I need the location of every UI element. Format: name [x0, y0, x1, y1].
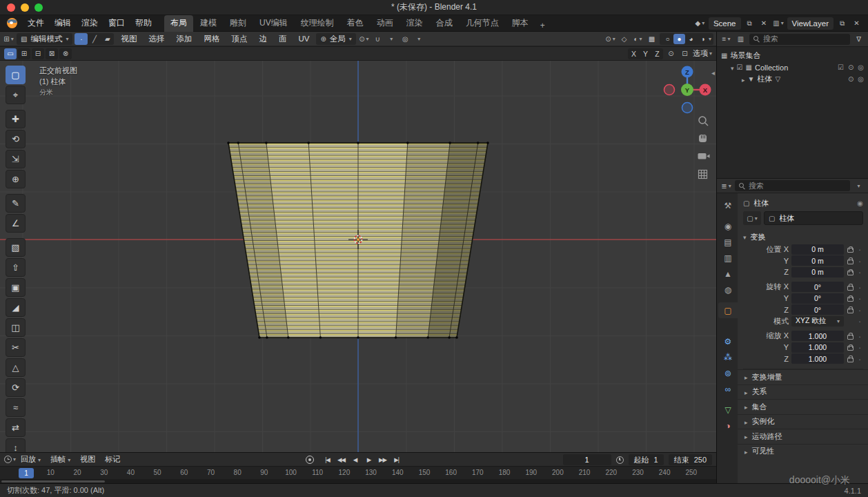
minimize-window-button[interactable]	[21, 3, 29, 12]
material-shading-button[interactable]: ◕	[685, 34, 697, 44]
tool-rotate[interactable]: ⟲	[6, 130, 26, 148]
panel-section-header[interactable]: 可见性	[738, 444, 868, 459]
outliner-search-input[interactable]: 搜索	[749, 34, 850, 45]
workspace-tab[interactable]: 着色	[341, 15, 370, 32]
object-browse-button[interactable]: ▢▾	[743, 211, 761, 225]
animate-dot-icon[interactable]	[856, 343, 863, 351]
snap-magnet-icon[interactable]: ∪	[372, 32, 384, 45]
viewport-menu[interactable]: 面	[274, 33, 292, 45]
workspace-tab[interactable]: 布局	[164, 15, 193, 32]
animate-dot-icon[interactable]	[856, 268, 863, 276]
panel-section-header[interactable]: 实例化	[738, 414, 868, 429]
panel-section-header[interactable]: 运动路径	[738, 429, 868, 444]
tool-move[interactable]: ✚	[6, 110, 26, 128]
snap-target-icon[interactable]: ⊡	[679, 48, 691, 60]
value-field[interactable]: 1.000	[791, 353, 844, 364]
panel-section-header[interactable]: 变换增量	[738, 369, 868, 384]
select-subtract-button[interactable]: ⊟	[32, 48, 44, 59]
tool-inset[interactable]: ▣	[6, 278, 26, 297]
marker-menu[interactable]: 标记	[100, 454, 125, 465]
gizmo-minus-z-ball[interactable]	[682, 103, 693, 113]
menu-edit[interactable]: 编辑	[50, 16, 76, 30]
transform-section-header[interactable]: 变换	[743, 230, 863, 244]
animate-dot-icon[interactable]	[856, 355, 863, 363]
tool-measure[interactable]: ∠	[6, 214, 26, 233]
properties-search-input[interactable]: 搜索	[735, 180, 850, 191]
current-frame-field[interactable]: 1	[563, 454, 611, 465]
outliner-row-object[interactable]: ▼ 柱体 ▽ ⊙ ◎	[717, 73, 868, 85]
vertex-select-button[interactable]: ∙	[75, 33, 88, 45]
animate-dot-icon[interactable]	[856, 332, 863, 340]
tab-physics[interactable]: ⊚	[718, 365, 738, 381]
menu-render[interactable]: 渲染	[77, 16, 103, 30]
animate-dot-icon[interactable]	[856, 257, 863, 265]
collection-exclude-checkbox[interactable]: ☑	[838, 64, 844, 71]
frame-start-field[interactable]: 起始1	[629, 454, 664, 465]
tool-options-dropdown[interactable]: 选项▾	[693, 48, 712, 60]
workspace-tab[interactable]: UV编辑	[253, 15, 294, 32]
new-scene-icon[interactable]: ⧉	[744, 17, 756, 30]
lock-icon[interactable]	[847, 306, 854, 314]
object-name-field[interactable]: ▢ 柱体	[764, 211, 863, 225]
play-reverse-button[interactable]: ◀	[349, 454, 361, 465]
tab-view-layer[interactable]: ▥	[718, 250, 738, 266]
viewport-menu[interactable]: 网格	[199, 33, 224, 45]
tool-loop-cut[interactable]: ◫	[6, 318, 26, 337]
snap-options-button[interactable]: ▾	[386, 32, 397, 45]
tab-output[interactable]: ▤	[718, 234, 738, 250]
mirror-axis-button[interactable]: X	[628, 48, 640, 59]
select-invert-button[interactable]: ⊠	[46, 48, 58, 59]
blender-logo-icon[interactable]	[7, 18, 17, 28]
tool-transform[interactable]: ⊕	[6, 170, 26, 188]
value-field[interactable]: 1.000	[791, 331, 844, 341]
mirror-axis-button[interactable]: Z	[651, 48, 663, 59]
lock-icon[interactable]	[847, 245, 854, 253]
workspace-tab[interactable]: 动画	[371, 15, 400, 32]
select-new-button[interactable]: ▭	[4, 48, 17, 59]
viewport-menu[interactable]: 顶点	[226, 33, 252, 45]
auto-keying-button[interactable]	[306, 456, 314, 464]
face-select-button[interactable]: ▰	[101, 33, 114, 45]
outliner-row-collection[interactable]: ☑ ▦ Collection ☑ ⊙ ◎	[717, 61, 868, 73]
tool-poly-build[interactable]: △	[6, 358, 26, 377]
jump-to-end-button[interactable]: ▶|	[391, 454, 402, 465]
tool-select-box[interactable]: ▢	[6, 66, 26, 84]
value-field[interactable]: 0 m	[791, 267, 844, 277]
tool-shrink-fatten[interactable]: ↕	[6, 438, 26, 452]
gizmo-minus-x-ball[interactable]	[664, 85, 675, 95]
viewport-menu[interactable]: 边	[254, 33, 272, 45]
expand-icon[interactable]	[731, 64, 734, 72]
tab-object-data[interactable]: ▽	[718, 402, 738, 418]
tab-modifiers[interactable]: ⚙	[718, 333, 738, 349]
snap-option-icon[interactable]: ⊙	[665, 48, 677, 60]
view-menu[interactable]: 视图	[75, 454, 100, 465]
zoom-window-button[interactable]	[34, 3, 43, 12]
pin-icon[interactable]: ◉	[857, 199, 863, 207]
menu-help[interactable]: 帮助	[130, 16, 157, 30]
timeline-ruler[interactable]: 1020304050607080901001101201301401501601…	[0, 466, 716, 479]
proportional-edit-icon[interactable]: ◎	[400, 32, 411, 45]
proportional-options-button[interactable]: ▾	[413, 32, 425, 45]
rendered-shading-button[interactable]: ◑	[697, 34, 709, 44]
rotation-mode-dropdown[interactable]: XYZ 欧拉 ▾	[791, 316, 844, 327]
viewport-menu[interactable]: 添加	[171, 33, 197, 45]
animate-dot-icon[interactable]	[856, 317, 863, 325]
lock-icon[interactable]	[847, 355, 854, 363]
tool-scale[interactable]: ⇲	[6, 150, 26, 168]
frame-end-field[interactable]: 结束250	[669, 454, 712, 465]
gizmos-toggle-icon[interactable]: ◇	[618, 32, 630, 45]
tab-object[interactable]: ▢	[718, 302, 738, 318]
unlink-scene-icon[interactable]: ✕	[758, 17, 770, 30]
outliner-filter-icon[interactable]: ∇	[853, 33, 865, 46]
lock-icon[interactable]	[847, 343, 854, 351]
tool-add-cube[interactable]: ▧	[6, 238, 26, 257]
properties-filter-button[interactable]: ▾	[853, 179, 865, 192]
tool-smooth[interactable]: ≈	[6, 398, 26, 417]
tab-tool[interactable]: ⚒	[718, 197, 738, 213]
editor-type-button[interactable]: ⊞▾	[3, 32, 14, 45]
collection-checkbox-icon[interactable]: ☑	[737, 64, 743, 71]
workspace-tab[interactable]: 渲染	[400, 15, 429, 32]
prev-keyframe-button[interactable]: ◀◀	[335, 454, 347, 465]
solid-shading-button[interactable]: ●	[673, 34, 685, 44]
play-button[interactable]: ▶	[363, 454, 375, 465]
